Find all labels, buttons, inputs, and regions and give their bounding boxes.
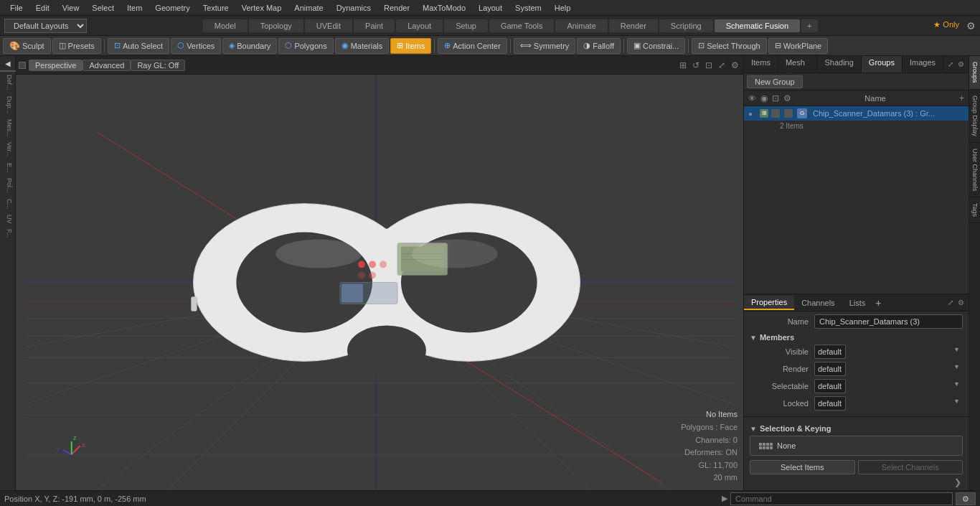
menu-edit[interactable]: Edit — [30, 2, 55, 14]
vert-tab-tags[interactable]: Tags — [969, 197, 980, 223]
icon-lock[interactable]: ⊡ — [771, 93, 781, 103]
viewport-icon-3[interactable]: ⊡ — [704, 60, 714, 70]
menu-select[interactable]: Select — [86, 2, 120, 14]
sel-none-btn[interactable]: None — [750, 436, 963, 456]
left-label-f[interactable]: F... — [0, 226, 15, 240]
props-tab-channels[interactable]: Channels — [794, 296, 842, 309]
menu-render[interactable]: Render — [378, 2, 415, 14]
layout-selector[interactable]: Default Layouts — [4, 19, 87, 33]
items-btn[interactable]: ⊞ Items — [390, 38, 431, 54]
tab-model[interactable]: Model — [203, 19, 248, 32]
left-label-uv[interactable]: UV — [0, 212, 15, 227]
menu-animate[interactable]: Animate — [288, 2, 329, 14]
materials-btn[interactable]: ◉ Materials — [335, 38, 390, 54]
select-through-btn[interactable]: ⊡ Select Through — [692, 38, 766, 54]
perspective-btn[interactable]: Perspective — [29, 60, 83, 71]
auto-select-btn[interactable]: ⊡ Auto Select — [108, 38, 169, 54]
tab-render[interactable]: Render — [609, 19, 658, 32]
menu-file[interactable]: File — [4, 2, 29, 14]
action-center-btn[interactable]: ⊕ Action Center — [438, 38, 507, 54]
tab-setup[interactable]: Setup — [444, 19, 488, 32]
vert-tab-group-display[interactable]: Group Display — [969, 90, 980, 143]
viewport-icon-4[interactable]: ⤢ — [717, 60, 727, 70]
advanced-btn[interactable]: Advanced — [83, 60, 131, 71]
tab-add-plus[interactable]: + — [801, 19, 817, 32]
tab-images[interactable]: Images — [903, 56, 943, 72]
tab-mesh[interactable]: Mesh ... — [778, 56, 818, 72]
props-expand-btn[interactable]: ⤢ — [946, 299, 955, 306]
new-group-btn[interactable]: New Group — [747, 75, 803, 88]
prop-locked-select[interactable]: default — [814, 396, 846, 411]
prop-selectable-select[interactable]: default — [814, 379, 846, 393]
tab-topology[interactable]: Topology — [249, 19, 303, 32]
tab-paint[interactable]: Paint — [354, 19, 395, 32]
menu-item[interactable]: Item — [121, 2, 148, 14]
boundary-btn[interactable]: ◈ Boundary — [222, 38, 277, 54]
left-label-c[interactable]: C... — [0, 196, 15, 212]
right-expand-btn[interactable]: ⤢ — [946, 60, 955, 68]
presets-btn[interactable]: ◫ Presets — [52, 38, 101, 54]
icon-add-item[interactable]: + — [958, 93, 966, 103]
menu-help[interactable]: Help — [549, 2, 577, 14]
select-channels-btn[interactable]: Select Channels — [858, 460, 963, 474]
menu-dynamics[interactable]: Dynamics — [331, 2, 377, 14]
tab-items[interactable]: Items — [744, 56, 778, 72]
left-tool-arrow[interactable]: ◀ — [0, 56, 16, 72]
ray-gl-btn[interactable]: Ray GL: Off — [131, 60, 185, 71]
menu-system[interactable]: System — [509, 2, 547, 14]
viewport-icon-5[interactable]: ⚙ — [730, 60, 740, 70]
polygons-btn[interactable]: ⬡ Polygons — [278, 38, 333, 54]
left-label-dup[interactable]: Dup... — [0, 93, 15, 116]
viewport-icon-1[interactable]: ⊞ — [678, 60, 688, 70]
props-tab-lists[interactable]: Lists — [842, 296, 873, 309]
menu-layout[interactable]: Layout — [473, 2, 508, 14]
tab-groups[interactable]: Groups — [862, 56, 903, 72]
item-row-0[interactable]: ● ⊞ G Chip_Scanner_Datamars (3) : Gr... — [744, 106, 969, 121]
separator-5 — [688, 39, 689, 53]
falloff-btn[interactable]: ◑ Falloff — [577, 38, 621, 54]
sculpt-btn[interactable]: 🎨 Sculpt — [3, 38, 51, 54]
tab-scripting[interactable]: Scripting — [659, 19, 713, 32]
prop-name-input[interactable] — [814, 314, 963, 329]
tab-game-tools[interactable]: Game Tools — [489, 19, 555, 32]
command-go-btn[interactable]: ⚙ — [956, 492, 976, 505]
menu-texture[interactable]: Texture — [197, 2, 235, 14]
select-items-btn[interactable]: Select Items — [750, 460, 855, 474]
left-label-mesh[interactable]: Mes... — [0, 116, 15, 140]
tab-uvedit[interactable]: UVEdit — [305, 19, 352, 32]
vertices-btn[interactable]: ⬡ Vertices — [171, 38, 221, 54]
icon-render[interactable]: ◉ — [759, 93, 769, 103]
workplane-btn[interactable]: ⊟ WorkPlane — [768, 38, 829, 54]
viewport-toggle[interactable] — [19, 62, 26, 69]
menu-view[interactable]: View — [57, 2, 85, 14]
constrain-btn[interactable]: ▣ Constrai... — [627, 38, 685, 54]
prop-visible-select[interactable]: default — [814, 345, 846, 359]
left-label-deform[interactable]: Def... — [0, 72, 15, 93]
tab-layout[interactable]: Layout — [396, 19, 443, 32]
symmetry-btn[interactable]: ⟺ Symmetry — [514, 38, 576, 54]
props-settings-btn[interactable]: ⚙ — [956, 299, 966, 306]
left-label-edge[interactable]: E... — [0, 160, 15, 176]
vert-tab-groups[interactable]: Groups — [969, 56, 980, 90]
right-settings-btn[interactable]: ⚙ — [956, 60, 966, 68]
viewport-icon-2[interactable]: ↺ — [691, 60, 701, 70]
expand-arrow-btn[interactable]: ❯ — [953, 477, 963, 487]
settings-icon[interactable]: ⚙ — [966, 20, 976, 32]
menu-geometry[interactable]: Geometry — [149, 2, 195, 14]
viewport-canvas[interactable]: X Y Z No Items Polygons : Face Channels:… — [16, 75, 743, 490]
star-only-btn[interactable]: ★ Only — [933, 20, 959, 32]
prop-render-select[interactable]: default — [814, 362, 846, 376]
left-label-poly[interactable]: Pol... — [0, 175, 15, 196]
icon-eye[interactable]: 👁 — [747, 94, 758, 103]
menu-vertex-map[interactable]: Vertex Map — [236, 2, 288, 14]
vert-tab-user-channels[interactable]: User Channels — [969, 143, 980, 198]
menu-maxtomodo[interactable]: MaxToModo — [417, 2, 471, 14]
left-label-vert[interactable]: Ver... — [0, 139, 15, 160]
props-tab-properties[interactable]: Properties — [744, 296, 794, 310]
props-add-btn[interactable]: + — [875, 297, 881, 309]
tab-animate[interactable]: Animate — [555, 19, 607, 32]
tab-schematic-fusion[interactable]: Schematic Fusion — [715, 19, 800, 32]
tab-shading[interactable]: Shading — [817, 56, 861, 72]
command-input[interactable] — [730, 492, 953, 505]
icon-settings[interactable]: ⚙ — [782, 93, 793, 103]
